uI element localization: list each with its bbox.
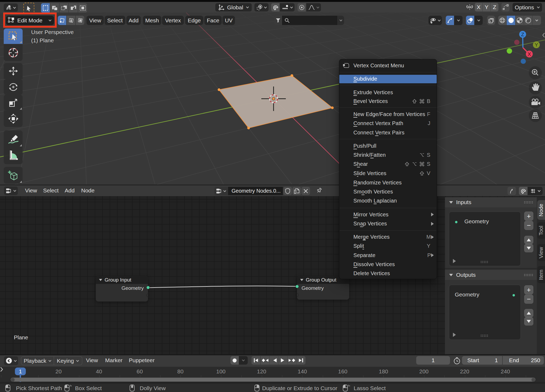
svg-text:X: X — [528, 51, 531, 57]
svg-text:Z: Z — [521, 32, 524, 37]
svg-text:Y: Y — [535, 42, 538, 48]
